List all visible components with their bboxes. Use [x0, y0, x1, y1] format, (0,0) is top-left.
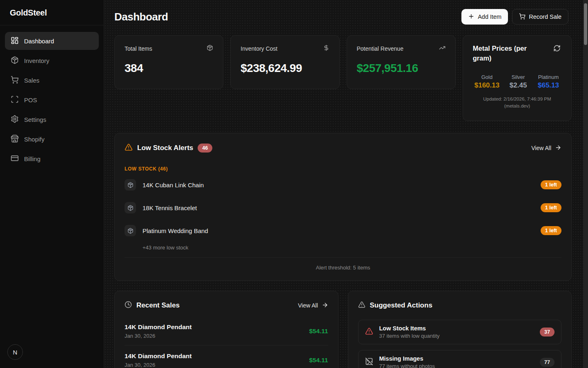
low-stock-row-left: Platinum Wedding Band: [125, 225, 208, 236]
sidebar-item-shopify[interactable]: Shopify: [5, 130, 99, 148]
add-item-button[interactable]: Add Item: [461, 9, 508, 25]
sale-item-name: 14K Diamond Pendant: [125, 352, 192, 360]
suggested-actions-list: Low Stock Items 37 items with low quanti…: [358, 320, 562, 368]
dollar-sign-icon: [323, 45, 330, 52]
sidebar-item-inventory[interactable]: Inventory: [5, 52, 99, 70]
action-text: Missing Images 77 items without photos: [379, 355, 534, 368]
action-title: Missing Images: [379, 355, 534, 362]
sale-info: 14K Diamond Pendant Jan 30, 2026: [125, 323, 192, 339]
refresh-icon: [553, 47, 561, 53]
avatar-initial: N: [13, 349, 18, 356]
stat-label: Inventory Cost: [241, 45, 277, 52]
low-stock-row[interactable]: 14K Cuban Link Chain 1 left: [125, 173, 561, 196]
arrow-right-icon: [555, 144, 561, 152]
low-stock-title-row: Low Stock Alerts 46: [125, 143, 212, 153]
recent-sales-header: Recent Sales View All: [125, 301, 328, 310]
item-name: 14K Cuban Link Chain: [143, 182, 204, 188]
suggested-actions-card: Suggested Actions Low Stock Items 37 ite…: [348, 291, 572, 368]
recent-sales-view-all-link[interactable]: View All: [298, 302, 328, 310]
app-logo: GoldSteel: [0, 0, 104, 25]
more-low-stock-link[interactable]: +43 more low stock: [143, 245, 188, 251]
low-stock-header: Low Stock Alerts 46 View All: [125, 143, 561, 153]
sidebar-item-label: Inventory: [24, 57, 49, 64]
app-root: GoldSteel Dashboard Inventory Sales: [0, 0, 588, 368]
sidebar-item-billing[interactable]: Billing: [5, 150, 99, 168]
trending-up-icon: [439, 45, 445, 52]
action-subtitle: 77 items without photos: [379, 363, 534, 368]
alert-triangle-icon: [358, 301, 365, 310]
stat-value: $238,624.99: [241, 62, 329, 75]
suggested-actions-header: Suggested Actions: [358, 301, 562, 310]
metal-prices-grid: Gold $160.13 Silver $2.45 Platinum $65.1…: [473, 74, 561, 90]
action-subtitle: 37 items with low quantity: [379, 333, 534, 339]
sidebar: GoldSteel Dashboard Inventory Sales: [0, 0, 104, 368]
scrollbar-track[interactable]: [583, 0, 588, 368]
recent-sales-card: Recent Sales View All 14K Diamond Pendan…: [114, 291, 339, 368]
metal-prices-title: Metal Prices (per gram): [473, 44, 534, 63]
bottom-grid: Recent Sales View All 14K Diamond Pendan…: [114, 291, 572, 368]
stat-value: $257,951.16: [357, 62, 445, 75]
view-all-label: View All: [531, 145, 551, 151]
sidebar-item-pos[interactable]: POS: [5, 91, 99, 109]
page-header: Dashboard Add Item Record Sale: [114, 9, 572, 25]
metal-platinum: Platinum $65.13: [537, 74, 560, 90]
low-stock-row[interactable]: Platinum Wedding Band 1 left: [125, 219, 561, 242]
action-item-missing-images[interactable]: Missing Images 77 items without photos 7…: [358, 350, 562, 368]
sidebar-item-label: Settings: [24, 116, 46, 123]
record-sale-label: Record Sale: [529, 13, 561, 20]
stat-card-inventory-cost: Inventory Cost $238,624.99: [230, 35, 339, 89]
shopping-cart-icon: [519, 13, 526, 21]
low-stock-alerts-card: Low Stock Alerts 46 View All LOW STOCK (…: [114, 133, 572, 281]
metal-prices-card: Metal Prices (per gram) Gold $160.13 Sil…: [463, 35, 572, 121]
metal-name: Gold: [474, 74, 499, 80]
sale-price: $54.11: [309, 328, 328, 335]
recent-sales-list: 14K Diamond Pendant Jan 30, 2026 $54.11 …: [125, 316, 328, 368]
sidebar-item-dashboard[interactable]: Dashboard: [5, 32, 99, 50]
record-sale-button[interactable]: Record Sale: [512, 9, 568, 25]
low-stock-view-all-link[interactable]: View All: [531, 144, 561, 152]
metal-price: $65.13: [537, 81, 560, 90]
scan-icon: [11, 95, 19, 105]
stat-card-header: Total Items: [125, 45, 213, 52]
clock-icon: [125, 301, 132, 310]
shopping-cart-icon: [11, 76, 19, 85]
avatar[interactable]: N: [7, 344, 23, 360]
sidebar-item-label: POS: [24, 96, 37, 103]
scrollbar-thumb[interactable]: [584, 3, 587, 45]
header-actions: Add Item Record Sale: [461, 9, 568, 25]
sidebar-item-label: Dashboard: [24, 38, 54, 45]
metal-prices-header: Metal Prices (per gram): [473, 44, 561, 63]
suggested-actions-title-row: Suggested Actions: [358, 301, 432, 310]
layout-dashboard-icon: [11, 36, 19, 46]
low-stock-section-label: LOW STOCK (46): [125, 166, 561, 172]
sale-row[interactable]: 14K Diamond Pendant Jan 30, 2026 $54.11: [125, 346, 328, 368]
image-off-icon: [365, 357, 373, 367]
metal-prices-updated: Updated: 2/16/2026, 7:46:39 PM (metals.d…: [473, 96, 561, 109]
stat-card-potential-revenue: Potential Revenue $257,951.16: [347, 35, 456, 89]
stat-label: Potential Revenue: [357, 45, 403, 52]
package-icon: [125, 202, 136, 213]
sidebar-item-settings[interactable]: Settings: [5, 110, 99, 128]
low-stock-row[interactable]: 18K Tennis Bracelet 1 left: [125, 196, 561, 219]
sidebar-item-label: Billing: [24, 155, 40, 162]
action-title: Low Stock Items: [379, 325, 534, 332]
add-item-label: Add Item: [478, 13, 501, 20]
stat-card-header: Inventory Cost: [241, 45, 329, 52]
item-name: Platinum Wedding Band: [143, 227, 208, 234]
sale-row[interactable]: 14K Diamond Pendant Jan 30, 2026 $54.11: [125, 316, 328, 346]
view-all-label: View All: [298, 302, 318, 309]
metal-name: Platinum: [537, 74, 560, 80]
alert-triangle-icon: [125, 143, 133, 153]
low-stock-title: Low Stock Alerts: [137, 144, 193, 152]
sidebar-item-label: Shopify: [24, 136, 45, 143]
low-stock-row-left: 18K Tennis Bracelet: [125, 202, 197, 213]
action-count-badge: 37: [540, 328, 555, 337]
sale-price: $54.11: [309, 357, 328, 364]
action-item-low-stock[interactable]: Low Stock Items 37 items with low quanti…: [358, 320, 562, 344]
metal-name: Silver: [507, 74, 530, 80]
refresh-button[interactable]: [552, 44, 561, 54]
stats-grid: Total Items 384 Inventory Cost $238,624.…: [114, 35, 572, 121]
sidebar-nav: Dashboard Inventory Sales POS: [0, 25, 104, 339]
sidebar-item-sales[interactable]: Sales: [5, 71, 99, 89]
page-title: Dashboard: [114, 11, 168, 23]
